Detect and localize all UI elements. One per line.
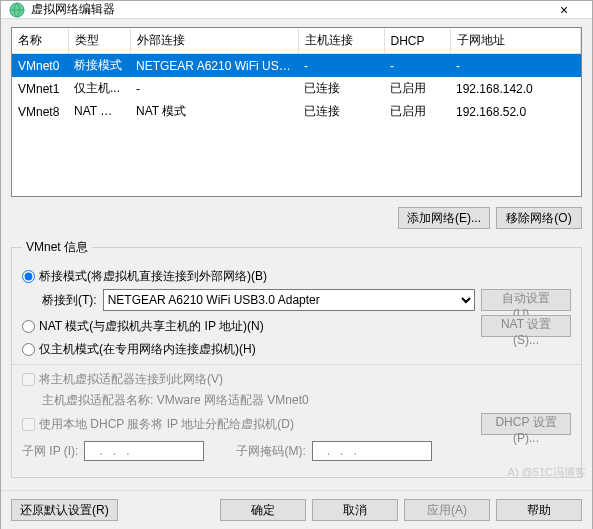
col-host[interactable]: 主机连接: [298, 28, 384, 54]
app-icon: [9, 2, 25, 18]
cell-subnet: -: [450, 54, 581, 78]
cell-type: 仅主机...: [68, 77, 130, 100]
help-button[interactable]: 帮助: [496, 499, 582, 521]
cell-name: VMnet1: [12, 77, 68, 100]
col-type[interactable]: 类型: [68, 28, 130, 54]
remove-network-button[interactable]: 移除网络(O): [496, 207, 582, 229]
col-subnet[interactable]: 子网地址: [450, 28, 581, 54]
radio-nat-input[interactable]: [22, 320, 35, 333]
apply-button[interactable]: 应用(A): [404, 499, 490, 521]
vmnet-info-group: VMnet 信息 桥接模式(将虚拟机直接连接到外部网络)(B) 桥接到(T): …: [11, 239, 582, 478]
cell-type: NAT 模式: [68, 100, 130, 123]
cell-host: -: [298, 54, 384, 78]
radio-nat[interactable]: NAT 模式(与虚拟机共享主机的 IP 地址)(N): [22, 318, 264, 335]
table-row[interactable]: VMnet0桥接模式NETGEAR A6210 WiFi USB3....---: [12, 54, 581, 78]
add-network-button[interactable]: 添加网络(E)...: [398, 207, 490, 229]
auto-settings-button[interactable]: 自动设置(U)...: [481, 289, 571, 311]
cell-name: VMnet0: [12, 54, 68, 78]
titlebar: 虚拟网络编辑器 ×: [1, 1, 592, 19]
close-button[interactable]: ×: [544, 2, 584, 18]
cell-subnet: 192.168.142.0: [450, 77, 581, 100]
checkbox-connect-host: 将主机虚拟适配器连接到此网络(V): [22, 371, 223, 388]
vmnet-info-legend: VMnet 信息: [22, 239, 92, 256]
col-dhcp[interactable]: DHCP: [384, 28, 450, 54]
cancel-button[interactable]: 取消: [312, 499, 398, 521]
subnet-mask-label: 子网掩码(M):: [236, 443, 305, 460]
bridge-to-label: 桥接到(T):: [42, 292, 97, 309]
checkbox-use-dhcp-input: [22, 418, 35, 431]
nat-settings-button[interactable]: NAT 设置(S)...: [481, 315, 571, 337]
cell-name: VMnet8: [12, 100, 68, 123]
cell-host: 已连接: [298, 77, 384, 100]
restore-defaults-button[interactable]: 还原默认设置(R): [11, 499, 118, 521]
checkbox-connect-host-input: [22, 373, 35, 386]
bridge-adapter-select[interactable]: NETGEAR A6210 WiFi USB3.0 Adapter: [103, 289, 475, 311]
dhcp-settings-button[interactable]: DHCP 设置(P)...: [481, 413, 571, 435]
dialog-footer: 还原默认设置(R) 确定 取消 应用(A) 帮助: [1, 490, 592, 529]
cell-ext: NAT 模式: [130, 100, 298, 123]
cell-host: 已连接: [298, 100, 384, 123]
ok-button[interactable]: 确定: [220, 499, 306, 521]
cell-dhcp: 已启用: [384, 100, 450, 123]
table-row[interactable]: VMnet8NAT 模式NAT 模式已连接已启用192.168.52.0: [12, 100, 581, 123]
radio-hostonly-input[interactable]: [22, 343, 35, 356]
subnet-ip-input: [84, 441, 204, 461]
subnet-ip-label: 子网 IP (I):: [22, 443, 78, 460]
virtual-network-editor-window: 虚拟网络编辑器 × 名称 类型 外部连接 主机连接 DHCP 子网地址 VMne…: [0, 0, 593, 529]
window-title: 虚拟网络编辑器: [31, 1, 544, 18]
cell-type: 桥接模式: [68, 54, 130, 78]
table-row[interactable]: VMnet1仅主机...-已连接已启用192.168.142.0: [12, 77, 581, 100]
cell-ext: -: [130, 77, 298, 100]
cell-dhcp: 已启用: [384, 77, 450, 100]
checkbox-use-dhcp: 使用本地 DHCP 服务将 IP 地址分配给虚拟机(D): [22, 416, 294, 433]
network-table[interactable]: 名称 类型 外部连接 主机连接 DHCP 子网地址 VMnet0桥接模式NETG…: [11, 27, 582, 197]
radio-hostonly[interactable]: 仅主机模式(在专用网络内连接虚拟机)(H): [22, 341, 256, 358]
cell-dhcp: -: [384, 54, 450, 78]
cell-ext: NETGEAR A6210 WiFi USB3....: [130, 54, 298, 78]
col-ext[interactable]: 外部连接: [130, 28, 298, 54]
cell-subnet: 192.168.52.0: [450, 100, 581, 123]
col-name[interactable]: 名称: [12, 28, 68, 54]
radio-bridged[interactable]: 桥接模式(将虚拟机直接连接到外部网络)(B): [22, 268, 267, 285]
subnet-mask-input: [312, 441, 432, 461]
host-adapter-name-line: 主机虚拟适配器名称: VMware 网络适配器 VMnet0: [42, 392, 309, 409]
radio-bridged-input[interactable]: [22, 270, 35, 283]
